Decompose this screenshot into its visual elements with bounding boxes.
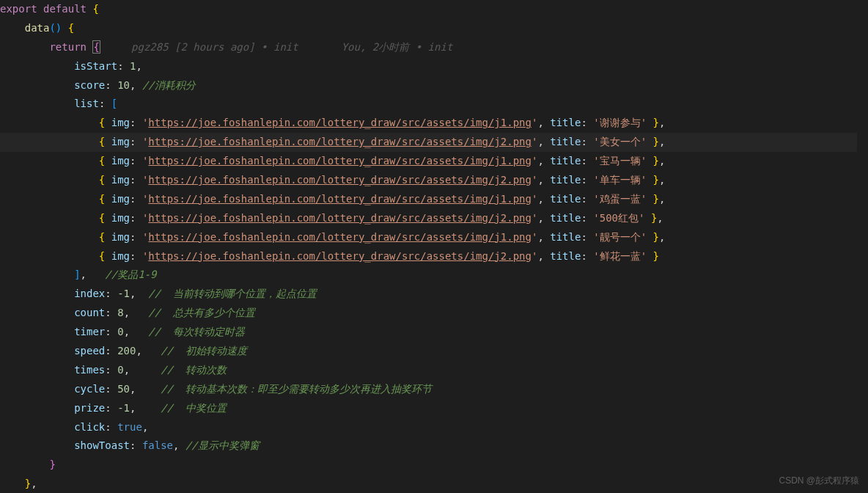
method-name: data — [25, 22, 50, 34]
url-link[interactable]: https://joe.foshanlepin.com/lottery_draw… — [148, 174, 532, 186]
url-link[interactable]: https://joe.foshanlepin.com/lottery_draw… — [148, 250, 532, 262]
list-item: { img: 'https://joe.foshanlepin.com/lott… — [0, 152, 857, 171]
list-item: { img: 'https://joe.foshanlepin.com/lott… — [0, 114, 857, 133]
list-item: { img: 'https://joe.foshanlepin.com/lott… — [0, 190, 857, 209]
url-link[interactable]: https://joe.foshanlepin.com/lottery_draw… — [148, 155, 532, 167]
code-line: isStart: 1, — [0, 57, 857, 76]
git-blame-inline: You, 2小时前 • init — [342, 41, 453, 53]
code-line: export default { — [0, 0, 857, 19]
code-line: prize: -1, // 中奖位置 — [0, 399, 857, 418]
code-editor[interactable]: export default { data() { return { pgz28… — [0, 0, 868, 493]
code-line: count: 8, // 总共有多少个位置 — [0, 304, 857, 323]
list-item: { img: 'https://joe.foshanlepin.com/lott… — [0, 247, 857, 266]
code-line: index: -1, // 当前转动到哪个位置，起点位置 — [0, 285, 857, 304]
url-link[interactable]: https://joe.foshanlepin.com/lottery_draw… — [148, 136, 532, 147]
code-line: timer: 0, // 每次转动定时器 — [0, 323, 857, 342]
keyword-return: return — [49, 41, 87, 53]
url-link[interactable]: https://joe.foshanlepin.com/lottery_draw… — [148, 193, 532, 205]
keyword-export: export — [0, 3, 37, 15]
code-line: }, — [0, 475, 857, 493]
list-item: { img: 'https://joe.foshanlepin.com/lott… — [0, 171, 857, 190]
url-link[interactable]: https://joe.foshanlepin.com/lottery_draw… — [148, 231, 532, 243]
code-line: } — [0, 456, 857, 475]
code-line: showToast: false, //显示中奖弹窗 — [0, 437, 857, 456]
list-item: { img: 'https://joe.foshanlepin.com/lott… — [0, 228, 857, 247]
url-link[interactable]: https://joe.foshanlepin.com/lottery_draw… — [148, 212, 532, 224]
code-line: times: 0, // 转动次数 — [0, 361, 857, 380]
git-blame-inline: pgz285 [2 hours ago] • init — [131, 41, 298, 53]
code-line: list: [ — [0, 95, 857, 114]
code-line: speed: 200, // 初始转动速度 — [0, 342, 857, 361]
code-line: data() { — [0, 19, 857, 38]
code-line: ], //奖品1-9 — [0, 266, 857, 285]
keyword-default: default — [43, 3, 87, 15]
code-line: score: 10, //消耗积分 — [0, 76, 857, 95]
list-item: { img: 'https://joe.foshanlepin.com/lott… — [0, 133, 857, 152]
list-item: { img: 'https://joe.foshanlepin.com/lott… — [0, 209, 857, 228]
code-line: cycle: 50, // 转动基本次数：即至少需要转动多少次再进入抽奖环节 — [0, 380, 857, 399]
url-link[interactable]: https://joe.foshanlepin.com/lottery_draw… — [148, 117, 532, 128]
code-line: click: true, — [0, 418, 857, 437]
watermark: CSDN @彭式程序猿 — [779, 472, 859, 489]
code-line: return { pgz285 [2 hours ago] • init You… — [0, 38, 857, 57]
